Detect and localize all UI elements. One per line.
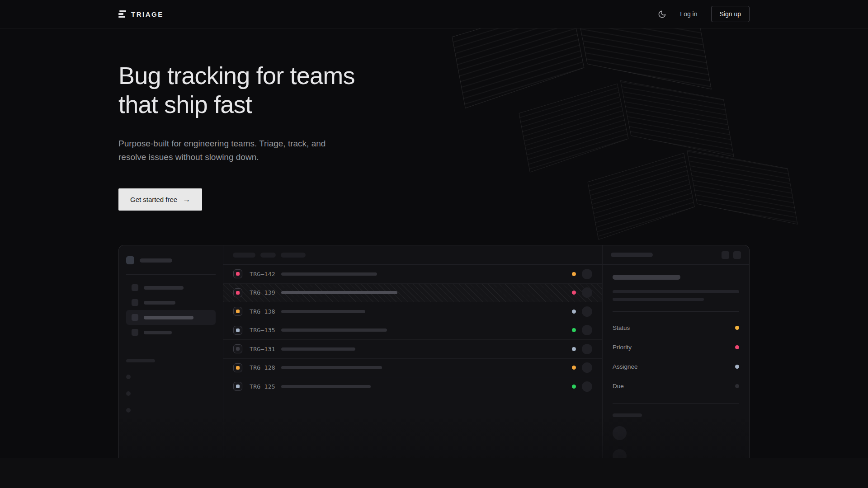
status-dot: [572, 347, 576, 351]
status-dot: [572, 366, 576, 370]
skeleton-bar: [140, 258, 172, 263]
issue-id: TRG–131: [250, 346, 275, 352]
detail-field: Priority: [613, 344, 739, 351]
detail-field-value-dot: [735, 384, 739, 388]
issue-type-icon: [233, 326, 242, 335]
issue-row: TRG–138: [223, 302, 602, 321]
issue-row: TRG–135: [223, 321, 602, 340]
issue-title-placeholder: [613, 275, 680, 280]
section-label-placeholder: [126, 359, 155, 362]
divider: [613, 403, 739, 404]
issue-type-icon: [233, 344, 242, 353]
detail-field-value-dot: [735, 365, 739, 369]
divider: [613, 311, 739, 312]
issue-type-icon: [233, 307, 242, 316]
issue-row: TRG–142: [223, 265, 602, 284]
issue-title-placeholder: [281, 291, 397, 294]
detail-field-label: Priority: [613, 344, 632, 351]
assignee-avatar-placeholder: [582, 287, 592, 298]
moon-icon: [658, 10, 666, 19]
issue-type-icon: [233, 382, 242, 391]
issue-title-placeholder: [281, 272, 377, 276]
detail-field-label: Assignee: [613, 363, 638, 370]
issue-row: TRG–139: [223, 284, 602, 303]
issue-title-placeholder: [281, 310, 365, 313]
sidebar-item-placeholder: [126, 280, 216, 295]
status-dot: [572, 328, 576, 332]
detail-field: Due: [613, 383, 739, 389]
skeleton-bar: [611, 253, 653, 257]
issue-id: TRG–139: [250, 289, 275, 296]
top-nav: TRIAGE Log in Sign up: [0, 0, 868, 28]
hero-subtitle: Purpose-built for engineering teams. Tri…: [118, 137, 750, 164]
login-link[interactable]: Log in: [680, 10, 697, 18]
issue-type-icon: [233, 269, 242, 278]
status-dot: [572, 385, 576, 389]
skeleton-bar: [613, 290, 739, 293]
issue-type-icon: [233, 363, 242, 372]
issue-id: TRG–128: [250, 364, 275, 371]
mockup-sidebar: [119, 245, 223, 466]
detail-field: Assignee: [613, 363, 739, 370]
arrow-right-icon: →: [183, 196, 190, 203]
list-header-placeholder: [223, 245, 602, 265]
triage-bars-icon: [118, 10, 126, 18]
get-started-button[interactable]: Get started free →: [118, 188, 202, 211]
mockup-issue-list: TRG–142 TRG–139 TRG–138 TRG–135 TRG–131: [223, 245, 602, 466]
app-mockup-illustration: TRG–142 TRG–139 TRG–138 TRG–135 TRG–131: [118, 245, 750, 466]
assignee-avatar-placeholder: [582, 269, 592, 279]
issue-row: TRG–125: [223, 377, 602, 396]
list-dot-placeholder: [126, 375, 131, 379]
signup-button[interactable]: Sign up: [711, 6, 750, 22]
divider: [126, 274, 216, 275]
divider: [126, 350, 216, 350]
status-dot: [572, 272, 576, 276]
issue-title-placeholder: [281, 347, 355, 351]
issue-id: TRG–125: [250, 383, 275, 390]
assignee-avatar-placeholder: [582, 325, 592, 335]
status-dot: [572, 310, 576, 314]
detail-field-label: Status: [613, 324, 630, 331]
mockup-detail-panel: Status Priority Assignee Due: [602, 245, 749, 466]
panel-action-button-placeholder: [733, 251, 741, 259]
detail-field: Status: [613, 324, 739, 331]
status-dot: [572, 291, 576, 295]
assignee-avatar-placeholder: [582, 362, 592, 373]
issue-row: TRG–128: [223, 359, 602, 378]
panel-action-button-placeholder: [722, 251, 729, 259]
list-dot-placeholder: [126, 408, 131, 413]
assignee-avatar-placeholder: [582, 344, 592, 354]
brand-logo[interactable]: TRIAGE: [118, 10, 164, 18]
issue-id: TRG–138: [250, 308, 275, 315]
sidebar-item-placeholder: [126, 295, 216, 310]
comment-avatar-placeholder: [613, 426, 627, 440]
workspace-avatar-placeholder: [126, 256, 134, 264]
issue-title-placeholder: [281, 328, 387, 332]
sidebar-item-placeholder: [126, 325, 216, 340]
comments-label-placeholder: [613, 413, 642, 417]
detail-field-label: Due: [613, 383, 624, 389]
issue-title-placeholder: [281, 385, 371, 388]
list-dot-placeholder: [126, 391, 131, 396]
detail-field-value-dot: [735, 326, 739, 330]
assignee-avatar-placeholder: [582, 381, 592, 392]
skeleton-bar: [613, 298, 704, 301]
issue-row: TRG–131: [223, 340, 602, 359]
hero-title: Bug tracking for teams that ship fast: [118, 61, 750, 119]
brand-name: TRIAGE: [131, 10, 164, 18]
issue-id: TRG–135: [250, 327, 275, 333]
theme-toggle-button[interactable]: [657, 9, 666, 19]
issue-title-placeholder: [281, 366, 382, 369]
footer-band: [0, 458, 868, 488]
issue-type-icon: [233, 288, 242, 297]
detail-field-value-dot: [735, 345, 739, 349]
sidebar-item-placeholder-selected: [126, 310, 216, 325]
assignee-avatar-placeholder: [582, 306, 592, 317]
issue-id: TRG–142: [250, 271, 275, 277]
